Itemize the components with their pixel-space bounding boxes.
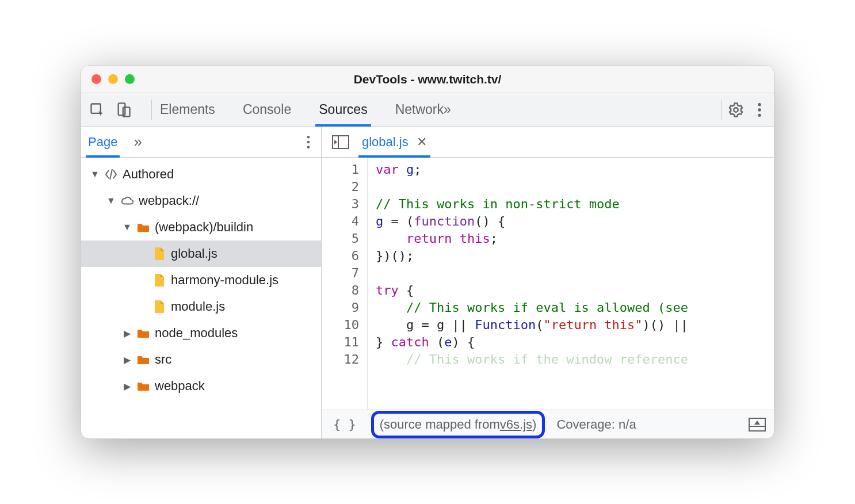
file-tree-file[interactable]: harmony-module.js xyxy=(81,267,321,293)
svg-point-6 xyxy=(758,113,761,116)
folder-icon xyxy=(136,326,150,340)
more-navigator-tabs[interactable]: » xyxy=(133,133,142,151)
chevron-down-icon: ▼ xyxy=(90,169,100,180)
tab-sources[interactable]: Sources xyxy=(319,93,367,126)
editor-file-tab-label: global.js xyxy=(362,135,409,150)
file-tree-folder[interactable]: ▶src xyxy=(81,346,321,373)
tree-item-label: src xyxy=(155,352,171,367)
source-map-suffix: ) xyxy=(532,417,536,432)
file-tree-folder[interactable]: ▶node_modules xyxy=(81,320,321,346)
code-editor[interactable]: 123456789101112 var g; // This works in … xyxy=(322,158,774,410)
titlebar: DevTools - www.twitch.tv/ xyxy=(81,66,774,93)
editor-status-bar: { } (source mapped from v6s.js) Coverage… xyxy=(322,410,774,438)
close-window-button[interactable] xyxy=(91,74,101,84)
toggle-navigator-icon[interactable] xyxy=(332,135,349,150)
svg-point-8 xyxy=(307,140,310,143)
tree-item-label: webpack:// xyxy=(139,193,199,208)
svg-point-7 xyxy=(307,136,310,139)
close-tab-icon[interactable]: ✕ xyxy=(417,135,427,150)
file-icon xyxy=(152,247,166,261)
svg-rect-1 xyxy=(119,103,125,115)
page-tab[interactable]: Page xyxy=(88,127,117,157)
tree-item-label: global.js xyxy=(171,246,217,261)
file-tree[interactable]: ▼Authored▼webpack://▼(webpack)/buildingl… xyxy=(81,158,321,438)
editor-pane: global.js ✕ 123456789101112 var g; // Th… xyxy=(322,127,774,438)
svg-point-5 xyxy=(758,108,761,111)
tree-item-label: (webpack)/buildin xyxy=(155,220,253,235)
tab-console[interactable]: Console xyxy=(243,93,291,126)
tree-item-label: webpack xyxy=(155,379,205,394)
inspect-icon[interactable] xyxy=(89,102,105,118)
file-tree-folder[interactable]: ▼(webpack)/buildin xyxy=(81,214,321,240)
folder-icon xyxy=(136,353,150,366)
device-toggle-icon[interactable] xyxy=(116,102,132,118)
file-tree-folder[interactable]: ▼Authored xyxy=(81,161,321,188)
gear-icon[interactable] xyxy=(728,102,744,118)
authored-icon xyxy=(104,167,118,181)
code-content[interactable]: var g; // This works in non-strict modeg… xyxy=(368,158,774,410)
source-map-indicator[interactable]: (source mapped from v6s.js) xyxy=(371,411,545,438)
coverage-status: Coverage: n/a xyxy=(556,417,636,432)
main-toolbar: ElementsConsoleSourcesNetwork » xyxy=(81,93,774,127)
line-gutter: 123456789101112 xyxy=(322,158,368,410)
chevron-down-icon: ▼ xyxy=(106,196,116,206)
cloud-icon xyxy=(120,194,134,208)
svg-point-9 xyxy=(307,146,310,148)
chevron-right-icon: ▶ xyxy=(123,328,132,339)
window-controls xyxy=(81,74,135,84)
file-icon xyxy=(152,300,166,314)
source-map-prefix: (source mapped from xyxy=(380,417,500,432)
file-tree-folder[interactable]: ▼webpack:// xyxy=(81,188,321,214)
file-icon xyxy=(152,273,166,287)
file-tree-folder[interactable]: ▶webpack xyxy=(81,373,321,399)
toggle-drawer-icon[interactable] xyxy=(749,417,766,432)
more-tabs-button[interactable]: » xyxy=(444,93,451,126)
minimize-window-button[interactable] xyxy=(108,74,118,84)
pretty-print-button[interactable]: { } xyxy=(330,417,360,432)
tab-network[interactable]: Network xyxy=(395,93,444,126)
devtools-window: DevTools - www.twitch.tv/ ElementsConsol… xyxy=(81,65,774,439)
file-tree-file[interactable]: module.js xyxy=(81,293,321,320)
tab-elements[interactable]: Elements xyxy=(160,93,215,126)
navigator-sidebar: Page » ▼Authored▼webpack://▼(webpack)/bu… xyxy=(81,127,322,438)
chevron-right-icon: ▶ xyxy=(123,381,132,392)
tree-item-label: Authored xyxy=(123,167,174,182)
svg-point-4 xyxy=(758,102,761,105)
chevron-right-icon: ▶ xyxy=(123,354,132,365)
source-map-link[interactable]: v6s.js xyxy=(500,417,532,432)
maximize-window-button[interactable] xyxy=(125,74,135,84)
chevron-down-icon: ▼ xyxy=(123,222,132,232)
navigator-kebab-icon[interactable] xyxy=(306,135,311,150)
folder-icon xyxy=(136,379,150,393)
editor-file-tab[interactable]: global.js ✕ xyxy=(362,127,427,157)
tree-item-label: module.js xyxy=(171,299,225,314)
folder-icon xyxy=(136,220,150,234)
tree-item-label: harmony-module.js xyxy=(171,273,278,288)
window-title: DevTools - www.twitch.tv/ xyxy=(81,72,774,86)
tree-item-label: node_modules xyxy=(155,326,238,341)
file-tree-file[interactable]: global.js xyxy=(81,240,321,267)
kebab-menu-icon[interactable] xyxy=(757,102,762,118)
